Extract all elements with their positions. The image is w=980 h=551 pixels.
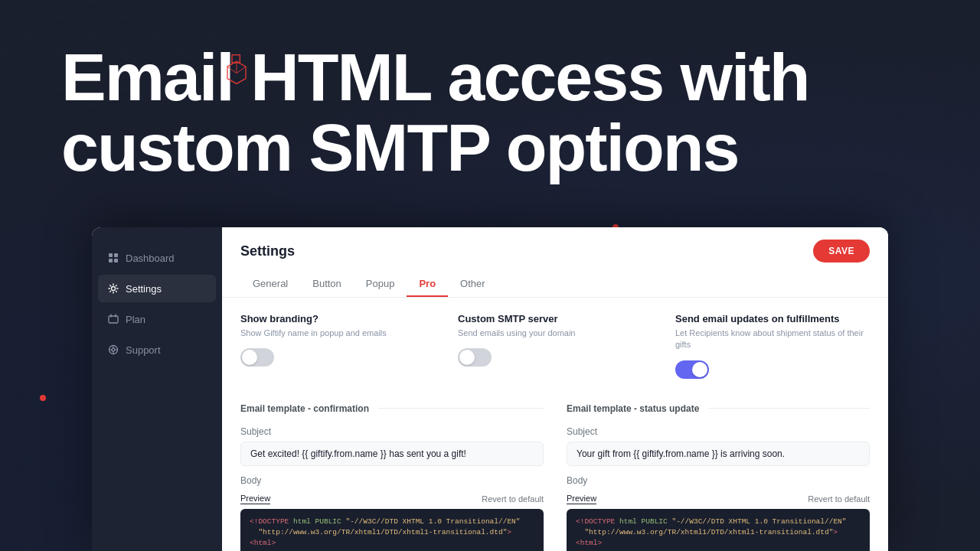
status-divider: Email template - status update	[567, 403, 870, 414]
content-body: Show branding? Show Giftify name in popu…	[222, 298, 888, 551]
svg-line-4	[237, 67, 246, 73]
hero-title: Email HTML access with custom SMTP optio…	[61, 42, 919, 184]
settings-title-row: Settings SAVE	[240, 240, 870, 262]
status-subject-label: Subject	[567, 426, 870, 437]
settings-toggles-grid: Show branding? Show Giftify name in popu…	[240, 313, 870, 379]
email-updates-desc: Let Recipients know about shipment statu…	[675, 328, 870, 351]
red-dot-accent-2	[40, 395, 46, 401]
status-code-block: <!DOCTYPE html PUBLIC "-//W3C//DTD XHTML…	[567, 509, 870, 551]
hero-text-block: Email HTML access with custom SMTP optio…	[61, 42, 919, 184]
sidebar-item-dashboard[interactable]: Dashboard	[92, 243, 222, 273]
custom-smtp-label: Custom SMTP server	[458, 313, 652, 324]
show-branding-toggle[interactable]	[240, 348, 274, 367]
email-updates-toggle[interactable]	[675, 360, 709, 379]
svg-rect-5	[109, 253, 113, 257]
status-revert-button[interactable]: Revert to default	[808, 494, 870, 504]
svg-rect-10	[109, 316, 118, 323]
email-status-col: Email template - status update Subject Y…	[567, 397, 870, 551]
support-icon	[107, 344, 119, 356]
ui-card: Dashboard Settings Plan	[92, 227, 888, 551]
tab-button[interactable]: Button	[300, 272, 354, 297]
show-branding-label: Show branding?	[240, 313, 435, 324]
svg-line-3	[227, 67, 237, 73]
email-updates-label: Send email updates on fulfillments	[675, 313, 870, 324]
confirmation-divider: Email template - confirmation	[240, 403, 544, 414]
plan-label: Plan	[126, 314, 145, 325]
save-button[interactable]: SAVE	[813, 240, 870, 262]
sidebar-item-support[interactable]: Support	[92, 334, 222, 365]
main-content: Settings SAVE General Button Popup Pro O…	[222, 227, 888, 551]
settings-label: Settings	[126, 283, 162, 295]
tab-other[interactable]: Other	[448, 272, 498, 297]
custom-smtp-toggle[interactable]	[458, 348, 492, 367]
setting-show-branding: Show branding? Show Giftify name in popu…	[240, 313, 435, 379]
status-subject-value: Your gift from {{ giftify.from.name }} i…	[567, 442, 870, 466]
tab-general[interactable]: General	[240, 272, 300, 297]
confirmation-revert-button[interactable]: Revert to default	[482, 494, 544, 504]
email-confirmation-col: Email template - confirmation Subject Ge…	[240, 397, 544, 551]
dashboard-label: Dashboard	[126, 253, 175, 264]
confirmation-code-block: <!DOCTYPE html PUBLIC "-//W3C//DTD XHTML…	[240, 509, 544, 551]
sidebar-item-settings[interactable]: Settings	[98, 275, 216, 302]
confirmation-body-tabs: Preview Revert to default	[240, 494, 544, 504]
tabs-bar: General Button Popup Pro Other	[240, 272, 870, 297]
svg-rect-7	[109, 259, 113, 262]
confirmation-section-label: Email template - confirmation	[240, 403, 369, 414]
show-branding-desc: Show Giftify name in popup and emails	[240, 328, 435, 339]
divider-line-left	[378, 408, 544, 409]
settings-icon	[107, 282, 119, 295]
custom-smtp-desc: Send emails using your domain	[458, 328, 652, 339]
divider-line-right	[708, 408, 870, 409]
hero-line2: custom SMTP options	[61, 109, 738, 185]
confirmation-subject-label: Subject	[240, 426, 544, 437]
confirmation-preview-tab[interactable]: Preview	[240, 494, 270, 504]
sidebar-item-plan[interactable]: Plan	[92, 304, 222, 334]
dashboard-icon	[107, 252, 119, 264]
svg-point-12	[112, 348, 115, 351]
status-body-tabs: Preview Revert to default	[567, 494, 870, 504]
cube-icon	[218, 54, 255, 90]
setting-email-updates: Send email updates on fulfillments Let R…	[675, 313, 870, 379]
tab-pro[interactable]: Pro	[407, 272, 448, 297]
sidebar: Dashboard Settings Plan	[92, 227, 222, 551]
status-section-label: Email template - status update	[567, 403, 699, 414]
page-title: Settings	[240, 243, 295, 259]
confirmation-body-label: Body	[240, 475, 261, 486]
status-preview-tab[interactable]: Preview	[567, 494, 596, 504]
status-body-actions: Body	[567, 475, 870, 489]
confirmation-body-actions: Body	[240, 475, 544, 489]
svg-rect-6	[114, 253, 118, 257]
setting-custom-smtp: Custom SMTP server Send emails using you…	[458, 313, 652, 379]
svg-rect-8	[114, 259, 118, 262]
tab-popup[interactable]: Popup	[354, 272, 407, 297]
email-templates-section: Email template - confirmation Subject Ge…	[240, 397, 870, 551]
hero-line1: Email HTML access with	[61, 39, 809, 115]
plan-icon	[107, 313, 119, 325]
svg-point-9	[112, 287, 116, 291]
confirmation-subject-value: Get excited! {{ giftify.from.name }} has…	[240, 442, 544, 466]
support-label: Support	[126, 344, 161, 356]
content-header: Settings SAVE General Button Popup Pro O…	[222, 227, 888, 298]
status-body-label: Body	[567, 475, 587, 486]
